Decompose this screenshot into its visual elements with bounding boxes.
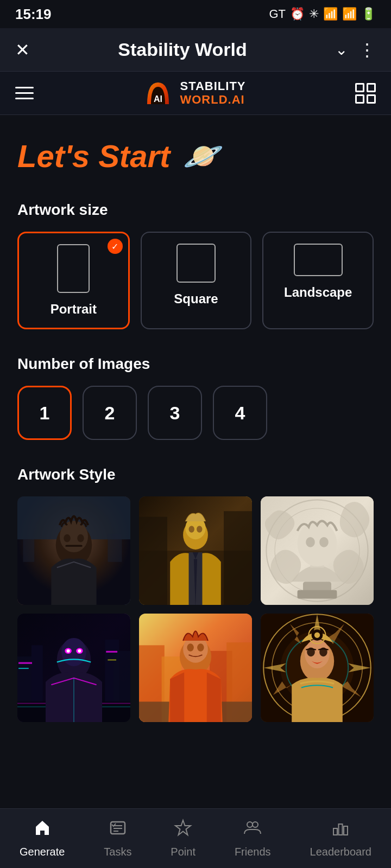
square-preview bbox=[176, 244, 216, 283]
svg-point-66 bbox=[314, 632, 320, 637]
style-item-sculpture[interactable] bbox=[261, 496, 374, 605]
artwork-style-label: Artwork Style bbox=[17, 466, 374, 483]
svg-point-5 bbox=[64, 534, 70, 542]
number-of-images-label: Number of Images bbox=[17, 355, 374, 373]
svg-point-45 bbox=[78, 649, 81, 653]
svg-point-26 bbox=[306, 537, 315, 547]
style-grid bbox=[17, 496, 374, 722]
nav-friends[interactable]: Friends bbox=[235, 819, 271, 858]
size-selector: ✓ Portrait Square Landscape bbox=[17, 232, 374, 329]
planet-icon: 🪐 bbox=[183, 137, 224, 175]
svg-point-44 bbox=[66, 649, 70, 653]
size-square-option[interactable]: Square bbox=[141, 232, 252, 329]
style-img-sculpture bbox=[261, 496, 374, 605]
number-of-images-section: Number of Images 1 2 3 4 bbox=[17, 355, 374, 440]
svg-text:AI: AI bbox=[154, 94, 162, 104]
svg-rect-9 bbox=[108, 534, 122, 562]
logo-icon: AI bbox=[143, 78, 173, 108]
svg-point-25 bbox=[298, 521, 337, 566]
num-option-4[interactable]: 4 bbox=[213, 386, 267, 440]
leaderboard-label: Leaderboard bbox=[310, 846, 371, 858]
svg-point-4 bbox=[60, 521, 88, 552]
star-icon bbox=[174, 819, 192, 841]
gt-icon: GT bbox=[269, 7, 286, 21]
logo-stability-text: STABILITY bbox=[180, 80, 245, 93]
wifi-icon: 📶 bbox=[323, 7, 338, 21]
nav-point[interactable]: Point bbox=[171, 819, 195, 858]
portrait-check: ✓ bbox=[108, 239, 123, 254]
style-item-cyberpunk[interactable] bbox=[17, 614, 130, 722]
hero-title: Let's Start bbox=[17, 138, 170, 174]
style-item-fashion[interactable] bbox=[139, 496, 252, 605]
svg-point-55 bbox=[187, 643, 193, 652]
svg-rect-23 bbox=[298, 590, 337, 599]
portrait-label: Portrait bbox=[51, 302, 97, 317]
point-label: Point bbox=[171, 846, 195, 858]
bluetooth-icon: ✳ bbox=[309, 7, 319, 21]
num-option-3[interactable]: 3 bbox=[148, 386, 202, 440]
style-img-artdeco bbox=[261, 614, 374, 722]
num-option-2[interactable]: 2 bbox=[83, 386, 137, 440]
status-time: 15:19 bbox=[15, 6, 52, 23]
nav-generate[interactable]: Generate bbox=[20, 819, 65, 858]
top-nav: AI STABILITY WORLD.AI bbox=[0, 72, 391, 115]
logo: AI STABILITY WORLD.AI bbox=[143, 78, 245, 108]
artwork-style-section: Artwork Style bbox=[17, 466, 374, 722]
svg-rect-7 bbox=[65, 545, 82, 547]
signal-icon: 📶 bbox=[342, 7, 357, 21]
leaderboard-icon bbox=[331, 819, 350, 841]
style-item-street[interactable] bbox=[139, 614, 252, 722]
svg-point-16 bbox=[189, 526, 194, 532]
tasks-icon bbox=[109, 819, 127, 841]
tasks-label: Tasks bbox=[104, 846, 131, 858]
battery-icon: 🔋 bbox=[361, 7, 376, 21]
artwork-size-section: Artwork size ✓ Portrait Square Landscape bbox=[17, 201, 374, 329]
svg-rect-35 bbox=[106, 651, 117, 653]
style-img-fashion bbox=[139, 496, 252, 605]
style-item-apocalyptic[interactable] bbox=[17, 496, 130, 605]
style-img-apocalyptic bbox=[17, 496, 130, 605]
svg-rect-33 bbox=[18, 662, 32, 664]
hamburger-menu[interactable] bbox=[15, 87, 34, 99]
grid-view-button[interactable] bbox=[355, 83, 376, 104]
nav-tasks[interactable]: Tasks bbox=[104, 819, 131, 858]
app-bar-title: Stability World bbox=[118, 39, 247, 60]
nav-leaderboard[interactable]: Leaderboard bbox=[310, 819, 371, 858]
svg-point-74 bbox=[253, 822, 258, 827]
artwork-size-label: Artwork size bbox=[17, 201, 374, 219]
size-landscape-option[interactable]: Landscape bbox=[262, 232, 374, 329]
style-img-cyberpunk bbox=[17, 614, 130, 722]
generate-label: Generate bbox=[20, 846, 65, 858]
home-icon bbox=[33, 819, 52, 841]
alarm-icon: ⏰ bbox=[290, 7, 305, 21]
svg-point-73 bbox=[247, 822, 253, 827]
main-content: Let's Start 🪐 Artwork size ✓ Portrait Sq… bbox=[0, 115, 391, 809]
dropdown-button[interactable]: ⌄ bbox=[335, 41, 348, 59]
svg-point-27 bbox=[319, 537, 329, 547]
svg-rect-8 bbox=[23, 539, 34, 562]
landscape-label: Landscape bbox=[284, 285, 352, 300]
more-options-button[interactable]: ⋮ bbox=[358, 40, 376, 60]
svg-point-17 bbox=[197, 526, 202, 532]
svg-rect-12 bbox=[139, 517, 167, 605]
num-selector: 1 2 3 4 bbox=[17, 386, 374, 440]
svg-rect-36 bbox=[108, 659, 116, 660]
svg-rect-77 bbox=[344, 826, 348, 835]
close-button[interactable]: ✕ bbox=[15, 40, 30, 60]
num-option-1[interactable]: 1 bbox=[17, 386, 72, 440]
svg-point-6 bbox=[77, 534, 84, 542]
svg-rect-75 bbox=[333, 828, 337, 835]
logo-world-text: WORLD.AI bbox=[180, 93, 245, 106]
friends-icon bbox=[243, 819, 262, 841]
friends-label: Friends bbox=[235, 846, 271, 858]
svg-rect-34 bbox=[18, 668, 29, 669]
landscape-preview bbox=[294, 244, 343, 276]
status-bar: 15:19 GT ⏰ ✳ 📶 📶 🔋 bbox=[0, 0, 391, 28]
svg-rect-13 bbox=[224, 511, 252, 605]
size-portrait-option[interactable]: ✓ Portrait bbox=[17, 232, 130, 329]
style-item-artdeco[interactable] bbox=[261, 614, 374, 722]
square-label: Square bbox=[174, 291, 218, 307]
bottom-nav: Generate Tasks Point bbox=[0, 808, 391, 868]
style-img-street bbox=[139, 614, 252, 722]
status-icons: GT ⏰ ✳ 📶 📶 🔋 bbox=[269, 7, 376, 21]
